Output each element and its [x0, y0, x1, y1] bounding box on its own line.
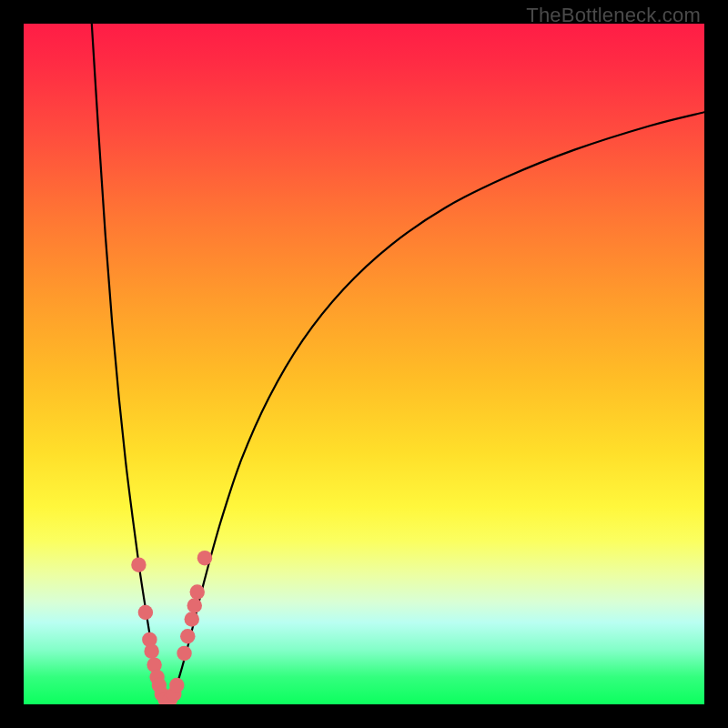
chart-plot-area [24, 24, 704, 704]
sample-marker [144, 643, 158, 658]
sample-markers-group [131, 551, 212, 704]
sample-marker [190, 584, 205, 599]
curve-right-branch [168, 112, 704, 703]
sample-marker [169, 678, 184, 693]
sample-marker [187, 598, 202, 612]
sample-marker [177, 646, 191, 661]
watermark-text: TheBottleneck.com [526, 4, 701, 27]
chart-svg [24, 24, 704, 704]
chart-frame: TheBottleneck.com [0, 0, 728, 728]
sample-marker [197, 551, 212, 565]
sample-marker [131, 557, 146, 571]
sample-marker [180, 629, 195, 643]
sample-marker [138, 605, 153, 620]
sample-marker [185, 612, 199, 626]
curve-left-branch [92, 24, 166, 703]
